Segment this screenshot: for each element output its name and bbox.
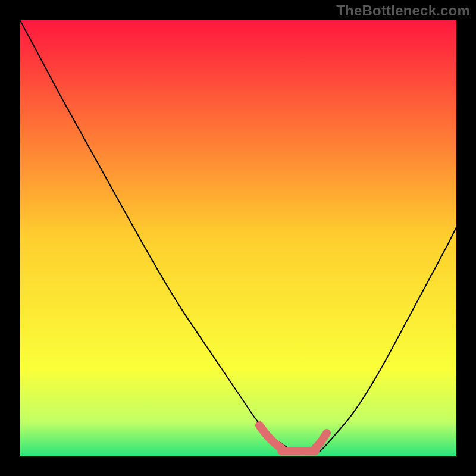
gradient-background: [20, 20, 456, 456]
watermark-label: TheBottleneck.com: [336, 2, 470, 19]
chart-frame: { "watermark": "TheBottleneck.com", "cha…: [0, 0, 476, 476]
bottleneck-chart: [20, 20, 456, 456]
